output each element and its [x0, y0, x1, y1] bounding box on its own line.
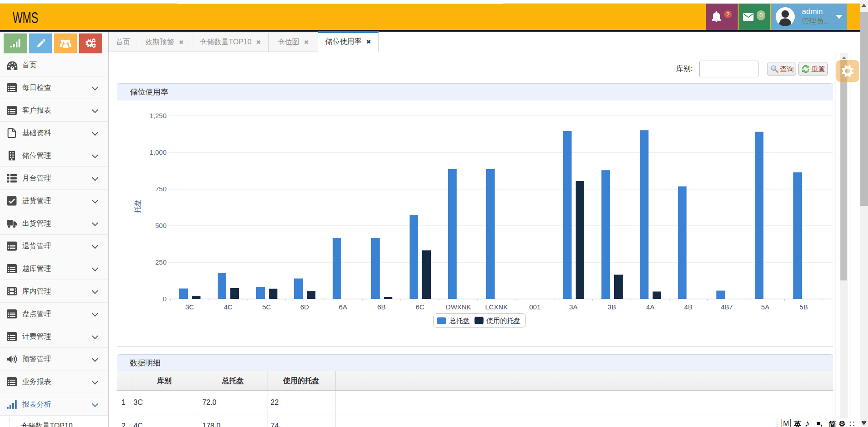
svg-text:1,000: 1,000 — [149, 148, 167, 156]
svg-text:6D: 6D — [300, 303, 309, 311]
svg-text:500: 500 — [155, 222, 167, 229]
svg-text:LCXNK: LCXNK — [485, 303, 508, 311]
svg-text:4A: 4A — [646, 303, 654, 311]
svg-text:250: 250 — [155, 258, 167, 266]
svg-text:托盘: 托盘 — [134, 199, 141, 213]
svg-text:6A: 6A — [339, 303, 347, 311]
svg-text:001: 001 — [529, 303, 540, 311]
svg-text:使用的托盘: 使用的托盘 — [486, 317, 520, 324]
svg-text:3A: 3A — [569, 303, 577, 311]
svg-text:0: 0 — [163, 295, 167, 303]
svg-text:3B: 3B — [608, 303, 616, 311]
svg-text:5C: 5C — [262, 303, 271, 311]
svg-text:4C: 4C — [224, 303, 232, 311]
svg-text:4B7: 4B7 — [721, 303, 733, 311]
svg-text:5B: 5B — [800, 303, 808, 311]
svg-text:750: 750 — [155, 185, 167, 193]
svg-text:总托盘: 总托盘 — [449, 317, 470, 324]
svg-text:6C: 6C — [415, 303, 424, 311]
svg-text:4B: 4B — [684, 303, 692, 311]
svg-text:1,250: 1,250 — [149, 112, 167, 119]
svg-text:6B: 6B — [377, 303, 386, 311]
svg-text:3C: 3C — [185, 303, 194, 311]
svg-text:DWXNK: DWXNK — [446, 303, 471, 311]
svg-text:5A: 5A — [761, 303, 769, 311]
